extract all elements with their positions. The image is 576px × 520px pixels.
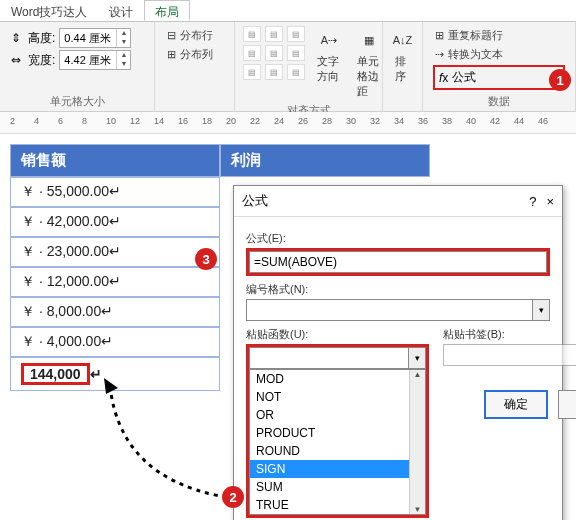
func-item-not[interactable]: NOT [250,388,425,406]
ruler-tick: 4 [34,116,39,126]
text-direction-button[interactable]: A⇢ 文字方向 [313,26,345,86]
paste-bm-combo[interactable]: ▾ [443,344,576,366]
table-row[interactable]: ￥ · 8,000.00↵ [10,297,220,327]
align-bc[interactable]: ▤ [265,64,283,80]
group-data-label: 数据 [431,94,567,109]
tab-design[interactable]: 设计 [98,0,144,21]
func-item-sign[interactable]: SIGN [250,460,425,478]
repeat-header-button[interactable]: ⊞重复标题行 [431,26,567,45]
ruler-tick: 12 [130,116,140,126]
tab-layout[interactable]: 布局 [144,0,190,21]
dialog-help-button[interactable]: ? [529,194,536,209]
table-row[interactable]: ￥ · 55,000.00↵ [10,177,220,207]
cell-margins-button[interactable]: ▦ 单元格边距 [353,26,385,101]
ruler-tick: 42 [490,116,500,126]
paste-bm-input [443,344,576,366]
paste-func-drop[interactable]: ▾ [408,347,426,369]
paste-func-input[interactable] [249,347,408,369]
ruler-tick: 22 [250,116,260,126]
paste-bm-label: 粘贴书签(B): [443,327,576,342]
group-cell-size-label: 单元格大小 [8,94,146,109]
ok-button[interactable]: 确定 [484,390,548,419]
width-up[interactable]: ▲ [117,51,130,60]
dialog-close-button[interactable]: × [546,194,554,209]
text-direction-icon: A⇢ [317,28,341,52]
formula-input[interactable] [249,251,547,273]
ruler-tick: 38 [442,116,452,126]
align-tc[interactable]: ▤ [265,26,283,42]
align-tr[interactable]: ▤ [287,26,305,42]
ruler-tick: 14 [154,116,164,126]
table-row[interactable]: ￥ · 4,000.00↵ [10,327,220,357]
col-header-sales: 销售额 [10,144,220,177]
function-list[interactable]: ▲▼ MODNOTORPRODUCTROUNDSIGNSUMTRUE [249,369,426,515]
ruler-tick: 24 [274,116,284,126]
func-item-round[interactable]: ROUND [250,442,425,460]
align-bl[interactable]: ▤ [243,64,261,80]
align-tl[interactable]: ▤ [243,26,261,42]
sort-icon: A↓Z [391,28,415,52]
numfmt-label: 编号格式(N): [246,282,550,297]
align-br[interactable]: ▤ [287,64,305,80]
align-mr[interactable]: ▤ [287,45,305,61]
convert-to-text-button[interactable]: ⇢转换为文本 [431,45,567,64]
distribute-cols-button[interactable]: ⊞分布列 [163,45,226,64]
width-down[interactable]: ▼ [117,60,130,69]
table-row[interactable]: ￥ · 23,000.00↵ [10,237,220,267]
group-data: ⊞重复标题行 ⇢转换为文本 fx 公式 1 数据 [423,22,576,111]
formula-dialog: 公式 ? × 公式(E): 编号格式(N): ▾ 粘贴函数(U): ▾ [233,185,563,520]
width-input[interactable] [60,51,116,69]
func-item-mod[interactable]: MOD [250,370,425,388]
width-icon: ⇔ [8,52,24,68]
tab-addin[interactable]: Word技巧达人 [0,0,98,21]
result-value: 144,000 [21,363,90,385]
func-item-product[interactable]: PRODUCT [250,424,425,442]
ruler-tick: 2 [10,116,15,126]
callout-badge-2: 2 [222,486,244,508]
ruler-tick: 32 [370,116,380,126]
dist-rows-icon: ⊟ [167,29,176,42]
callout-badge-3: 3 [195,248,217,270]
align-mc[interactable]: ▤ [265,45,283,61]
ruler-tick: 34 [394,116,404,126]
func-item-true[interactable]: TRUE [250,496,425,514]
formula-button[interactable]: fx 公式 1 [433,65,565,90]
ruler-tick: 20 [226,116,236,126]
group-cell-size: ⇕ 高度: ▲▼ ⇔ 宽度: ▲▼ 单元格大小 [0,22,155,111]
cancel-button[interactable]: 取消 [558,390,576,419]
table-row[interactable]: ￥ · 12,000.00↵ [10,267,220,297]
height-label: 高度: [28,30,55,47]
align-ml[interactable]: ▤ [243,45,261,61]
width-spinner[interactable]: ▲▼ [59,50,131,70]
ruler-tick: 18 [202,116,212,126]
ruler[interactable]: 2468101214161820222426283032343638404244… [0,112,576,134]
repeat-hdr-icon: ⊞ [435,29,444,42]
numfmt-drop[interactable]: ▾ [532,299,550,321]
col-header-profit: 利润 [220,144,430,177]
ruler-tick: 28 [322,116,332,126]
numfmt-combo[interactable]: ▾ [246,299,550,321]
table-row[interactable]: ￥ · 42,000.00↵ [10,207,220,237]
arrow-annotation [100,376,240,506]
numfmt-input[interactable] [246,299,532,321]
sort-button[interactable]: A↓Z 排序 [391,26,414,86]
ruler-tick: 44 [514,116,524,126]
height-spinner[interactable]: ▲▼ [59,28,131,48]
ruler-tick: 26 [298,116,308,126]
result-cell[interactable]: 144,000↵ [10,357,220,391]
distribute-rows-button[interactable]: ⊟分布行 [163,26,226,45]
func-scrollbar[interactable]: ▲▼ [409,370,425,514]
callout-badge-1: 1 [549,69,571,91]
fx-icon: fx [439,71,448,85]
func-item-sum[interactable]: SUM [250,478,425,496]
formula-label: 公式(E): [246,231,550,246]
func-item-or[interactable]: OR [250,406,425,424]
height-up[interactable]: ▲ [117,29,130,38]
dist-cols-icon: ⊞ [167,48,176,61]
ribbon: ⇕ 高度: ▲▼ ⇔ 宽度: ▲▼ 单元格大小 ⊟分布行 ⊞分布列 [0,22,576,112]
height-input[interactable] [60,29,116,47]
doc-tabs: Word技巧达人 设计 布局 [0,0,576,22]
height-down[interactable]: ▼ [117,38,130,47]
group-alignment: ▤ ▤ ▤ ▤ ▤ ▤ ▤ ▤ ▤ A⇢ 文字方向 [235,22,383,111]
paste-func-combo[interactable]: ▾ [249,347,426,369]
